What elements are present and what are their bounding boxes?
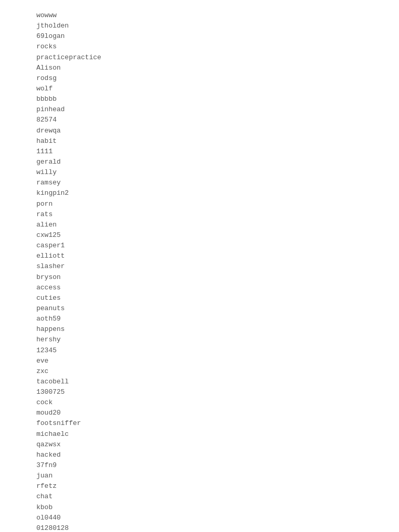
list-item: porn (36, 199, 363, 209)
list-item: habit (36, 136, 363, 147)
list-item: pinhead (36, 104, 363, 115)
list-item: rodsg (36, 73, 363, 84)
list-item: michaelc (36, 429, 363, 440)
list-item: elliott (36, 251, 363, 261)
list-item: eve (36, 356, 363, 366)
list-item: practicepractice (36, 52, 363, 63)
list-item: cxw125 (36, 230, 363, 241)
list-item: bryson (36, 272, 363, 283)
word-list: wowwwjtholden69loganrockspracticepractic… (36, 10, 363, 532)
list-item: drewqa (36, 126, 363, 136)
list-item: rats (36, 209, 363, 220)
list-item: 01280128 (36, 523, 363, 532)
list-item: 82574 (36, 115, 363, 125)
list-item: peanuts (36, 303, 363, 314)
list-item: access (36, 283, 363, 293)
list-item: qazwsx (36, 440, 363, 450)
list-item: willy (36, 167, 363, 178)
list-item: moud20 (36, 408, 363, 418)
list-item: wowww (36, 10, 363, 21)
list-item: 37fn9 (36, 460, 363, 471)
list-item: gerald (36, 157, 363, 167)
list-item: bbbbb (36, 94, 363, 104)
list-item: zxc (36, 366, 363, 377)
list-item: Alison (36, 63, 363, 73)
list-item: cock (36, 397, 363, 408)
list-item: tacobell (36, 377, 363, 387)
list-item: happens (36, 324, 363, 335)
list-item: footsniffer (36, 418, 363, 429)
list-item: casper1 (36, 241, 363, 251)
list-item: chat (36, 491, 363, 502)
list-item: ramsey (36, 178, 363, 188)
list-item: jtholden (36, 21, 363, 31)
list-item: alien (36, 220, 363, 230)
list-item: slasher (36, 261, 363, 272)
list-item: hershy (36, 335, 363, 345)
list-item: 69logan (36, 31, 363, 42)
list-item: kbob (36, 502, 363, 513)
list-item: cuties (36, 293, 363, 303)
list-item: rfetz (36, 481, 363, 491)
list-item: 1300725 (36, 387, 363, 397)
list-item: wolf (36, 84, 363, 94)
list-item: aoth59 (36, 314, 363, 324)
list-item: 12345 (36, 345, 363, 356)
list-item: juan (36, 471, 363, 481)
list-item: 1111 (36, 147, 363, 157)
list-item: rocks (36, 42, 363, 52)
list-item: hacked (36, 450, 363, 460)
list-item: ol0440 (36, 513, 363, 523)
list-item: kingpin2 (36, 188, 363, 198)
